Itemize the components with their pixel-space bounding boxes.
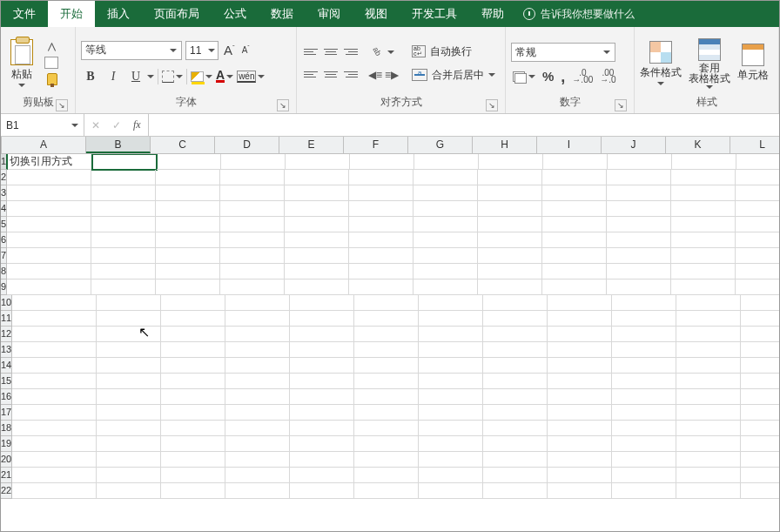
cell[interactable] — [225, 389, 290, 405]
cell[interactable] — [12, 483, 97, 499]
cell[interactable] — [220, 248, 285, 264]
cell[interactable] — [676, 358, 741, 374]
cell[interactable] — [161, 311, 225, 327]
cell[interactable] — [414, 154, 479, 170]
cell[interactable] — [220, 279, 285, 295]
cell[interactable] — [736, 170, 779, 185]
cell[interactable] — [483, 421, 548, 436]
cell[interactable] — [12, 295, 97, 311]
cell[interactable] — [349, 185, 414, 201]
cell[interactable] — [7, 217, 91, 232]
cell[interactable] — [478, 279, 542, 295]
cell[interactable] — [225, 342, 290, 358]
cell[interactable] — [542, 279, 607, 295]
font-name-combo[interactable]: 等线 — [81, 41, 182, 60]
cell[interactable] — [741, 421, 779, 436]
row-header[interactable]: 13 — [1, 342, 12, 358]
cell[interactable] — [161, 436, 225, 452]
cell[interactable] — [7, 201, 91, 217]
cell[interactable] — [12, 436, 97, 452]
cell[interactable] — [290, 295, 354, 311]
row-header[interactable]: 6 — [1, 232, 7, 248]
accounting-format-button[interactable] — [511, 70, 535, 84]
cell[interactable] — [157, 154, 221, 170]
cell[interactable] — [736, 217, 779, 232]
cell[interactable] — [225, 327, 290, 342]
cell[interactable] — [419, 295, 483, 311]
tab-developer[interactable]: 开发工具 — [400, 1, 469, 27]
cell[interactable] — [349, 232, 414, 248]
column-header[interactable]: F — [344, 137, 408, 153]
cell[interactable] — [220, 185, 285, 201]
cell[interactable] — [7, 185, 91, 201]
cell[interactable] — [741, 374, 779, 389]
cell[interactable] — [225, 311, 290, 327]
cell[interactable] — [419, 468, 483, 483]
copy-button[interactable] — [44, 57, 60, 70]
cell[interactable] — [91, 201, 156, 217]
cell[interactable] — [161, 421, 225, 436]
cell[interactable] — [483, 452, 548, 468]
tab-home[interactable]: 开始 — [48, 1, 95, 27]
cell[interactable] — [483, 342, 548, 358]
tab-formulas[interactable]: 公式 — [212, 1, 259, 27]
cell[interactable] — [671, 232, 736, 248]
cell[interactable] — [548, 405, 612, 421]
cell[interactable] — [676, 327, 741, 342]
cell[interactable] — [414, 232, 478, 248]
cell[interactable] — [7, 279, 91, 295]
cell[interactable] — [671, 170, 736, 185]
cell[interactable] — [225, 295, 290, 311]
cell[interactable] — [285, 248, 349, 264]
cell[interactable] — [220, 201, 285, 217]
percent-button[interactable]: % — [542, 69, 554, 84]
cell[interactable] — [741, 342, 779, 358]
cell[interactable] — [12, 311, 97, 327]
cell[interactable] — [483, 311, 548, 327]
cell[interactable] — [12, 405, 97, 421]
cell[interactable] — [161, 452, 225, 468]
cell[interactable] — [225, 436, 290, 452]
cell[interactable] — [607, 264, 671, 279]
cell[interactable] — [91, 279, 156, 295]
cell[interactable] — [741, 436, 779, 452]
cell[interactable] — [7, 232, 91, 248]
cell[interactable] — [414, 170, 478, 185]
decrease-font-size-button[interactable]: Aˇ — [240, 44, 252, 55]
cell[interactable] — [220, 232, 285, 248]
cell[interactable] — [607, 279, 671, 295]
cell[interactable] — [221, 154, 286, 170]
cell[interactable] — [354, 421, 419, 436]
tab-view[interactable]: 视图 — [353, 1, 400, 27]
row-header[interactable]: 15 — [1, 374, 12, 389]
cell[interactable] — [543, 154, 608, 170]
increase-decimal-button[interactable]: .0→.00 — [572, 70, 593, 84]
cell[interactable] — [354, 468, 419, 483]
cell[interactable] — [419, 483, 483, 499]
align-top-button[interactable] — [302, 44, 319, 60]
merge-center-button[interactable]: 合并后居中 — [409, 67, 498, 84]
cell[interactable] — [12, 421, 97, 436]
cell[interactable] — [483, 436, 548, 452]
cell[interactable] — [419, 421, 483, 436]
tell-me[interactable]: 告诉我你想要做什么 — [523, 1, 635, 27]
cell[interactable] — [741, 405, 779, 421]
cell[interactable] — [736, 248, 779, 264]
cell[interactable] — [483, 358, 548, 374]
number-format-combo[interactable]: 常规 — [511, 43, 615, 62]
cell[interactable] — [542, 264, 607, 279]
column-header[interactable]: K — [666, 137, 730, 153]
cell[interactable] — [478, 232, 542, 248]
cell[interactable] — [676, 421, 741, 436]
cell[interactable] — [161, 295, 225, 311]
comma-button[interactable]: , — [561, 72, 565, 81]
cell[interactable] — [290, 342, 354, 358]
cell[interactable] — [479, 154, 543, 170]
cell[interactable] — [161, 468, 225, 483]
cell[interactable] — [607, 232, 671, 248]
cell[interactable] — [736, 154, 779, 170]
cell[interactable] — [156, 279, 220, 295]
cell[interactable] — [354, 327, 419, 342]
cell[interactable] — [548, 311, 612, 327]
cell[interactable] — [548, 436, 612, 452]
